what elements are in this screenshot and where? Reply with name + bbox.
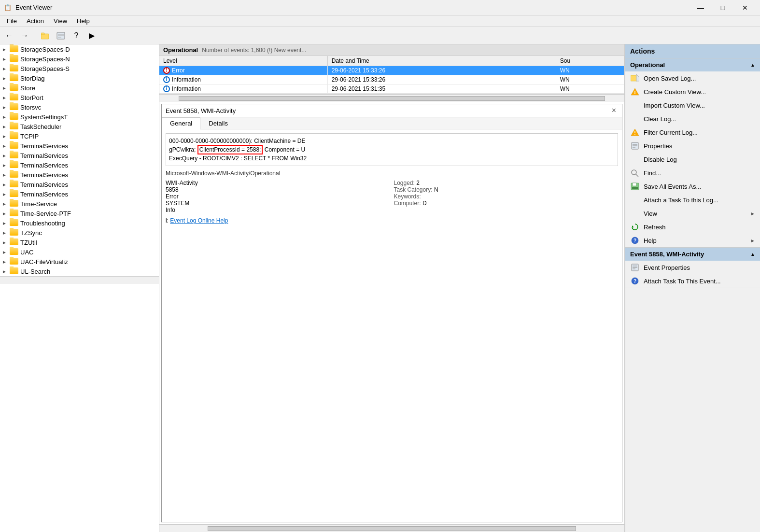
folder-icon — [10, 267, 18, 275]
back-button[interactable]: ← — [2, 29, 16, 42]
tree-item[interactable]: ► TZSync — [0, 228, 159, 238]
tree-scrollbar[interactable] — [0, 276, 159, 284]
open-folder-button[interactable] — [38, 29, 53, 42]
tree-item[interactable]: ► Time-Service-PTF — [0, 209, 159, 218]
tree-item-label: StorageSpaces-S — [20, 65, 70, 72]
events-scrollbar[interactable] — [159, 94, 624, 102]
action-import-custom-view[interactable]: Import Custom View... — [625, 98, 760, 112]
action-disable-log[interactable]: Disable Log — [625, 153, 760, 166]
tab-general[interactable]: General — [162, 117, 200, 129]
menu-file[interactable]: File — [2, 16, 22, 26]
folder-icon — [10, 210, 18, 217]
tree-item-label: TerminalServices — [20, 142, 68, 150]
play-button[interactable]: ▶ — [84, 29, 99, 42]
tree-item[interactable]: ► TerminalServices — [0, 141, 159, 151]
tree-item-label: TerminalServices — [20, 181, 68, 188]
action-create-custom-view[interactable]: Create Custom View... — [625, 85, 760, 98]
tree-arrow-icon: ► — [2, 240, 10, 245]
tree-arrow-icon: ► — [2, 114, 10, 120]
tree-arrow-icon: ► — [2, 105, 10, 110]
action-attach-task-event[interactable]: ? Attach Task To This Event... — [625, 274, 760, 288]
tree-item[interactable]: ► UAC-FileVirtualiz — [0, 257, 159, 266]
action-event-properties[interactable]: Event Properties — [625, 261, 760, 274]
folder-icon — [10, 238, 18, 246]
tab-details[interactable]: Details — [200, 117, 236, 129]
tree-item[interactable]: ► Time-Service — [0, 199, 159, 209]
action-attach-task[interactable]: Attach a Task To this Log... — [625, 193, 760, 207]
grid-user: SYSTEM — [166, 200, 390, 207]
tree-item[interactable]: ► TerminalServices — [0, 180, 159, 189]
actions-title: Actions — [630, 47, 655, 55]
event-log-online-help-link[interactable]: Event Log Online Help — [170, 217, 228, 224]
action-save-all-events[interactable]: Save All Events As... — [625, 180, 760, 193]
tree-arrow-icon: ► — [2, 163, 10, 168]
action-find[interactable]: Find... — [625, 166, 760, 180]
import-icon — [630, 100, 640, 110]
event-properties-icon — [630, 263, 640, 272]
center-panel: Operational Number of events: 1,600 (!) … — [159, 44, 625, 532]
close-button[interactable]: ✕ — [734, 0, 756, 15]
tree-item[interactable]: ► TZUtil — [0, 238, 159, 247]
app-icon: 📋 — [4, 4, 12, 12]
table-row[interactable]: i Information 29-06-2021 15:31:35 WN — [159, 84, 624, 94]
tree-item[interactable]: ► StorageSpaces-S — [0, 64, 159, 73]
tree-item[interactable]: ► TerminalServices — [0, 170, 159, 180]
col-datetime[interactable]: Date and Time — [327, 56, 556, 66]
action-refresh[interactable]: Refresh — [625, 220, 760, 234]
actions-event-title: Event 5858, WMI-Activity — [630, 251, 704, 258]
col-level[interactable]: Level — [159, 56, 327, 66]
tree-item[interactable]: ► TCPIP — [0, 131, 159, 141]
detail-scrollbar[interactable] — [159, 524, 624, 532]
tree-item[interactable]: ► SystemSettingsT — [0, 112, 159, 122]
operational-collapse-btn[interactable]: ▲ — [750, 62, 755, 68]
find-icon — [630, 168, 640, 178]
window-title: Event Viewer — [15, 4, 690, 11]
forward-button[interactable]: → — [17, 29, 32, 42]
tree-item[interactable]: ► StorDiag — [0, 73, 159, 83]
tree-item[interactable]: ► Troubleshooting — [0, 218, 159, 228]
tree-item-label: StorageSpaces-D — [20, 46, 70, 53]
maximize-button[interactable]: □ — [712, 0, 734, 15]
svg-rect-20 — [633, 183, 636, 186]
event-detail-close-button[interactable]: × — [610, 106, 618, 115]
filter-icon — [630, 127, 640, 137]
event-text-line2b: Component = U — [263, 146, 305, 153]
tree-item[interactable]: ► TerminalServices — [0, 151, 159, 160]
events-table-container[interactable]: Level Date and Time Sou ! Error 29-06-20… — [159, 56, 624, 94]
tree-item[interactable]: ► Store — [0, 83, 159, 93]
tree-item[interactable]: ► StorageSpaces-N — [0, 54, 159, 64]
action-help[interactable]: ? Help ► — [625, 234, 760, 247]
tree-item[interactable]: ► TerminalServices — [0, 160, 159, 170]
folder-icon — [10, 229, 18, 237]
action-properties[interactable]: Properties — [625, 139, 760, 153]
tree-arrow-icon: ► — [2, 259, 10, 265]
col-source[interactable]: Sou — [556, 56, 624, 66]
tree-item[interactable]: ► UAC — [0, 247, 159, 257]
tree-item[interactable]: ► TaskScheduler — [0, 122, 159, 131]
tree-item[interactable]: ► TerminalServices — [0, 189, 159, 199]
table-row[interactable]: ! Error 29-06-2021 15:33:26 WN — [159, 66, 624, 75]
tree-item[interactable]: ► StorPort — [0, 93, 159, 102]
event-viewer-button[interactable] — [54, 29, 68, 42]
table-row[interactable]: i Information 29-06-2021 15:33:26 WN — [159, 75, 624, 84]
tree-arrow-icon: ► — [2, 143, 10, 149]
tree-item[interactable]: ► StorageSpaces-D — [0, 44, 159, 54]
tree-item[interactable]: ► Storsvc — [0, 102, 159, 112]
menu-action[interactable]: Action — [22, 16, 49, 26]
minimize-button[interactable]: — — [690, 0, 712, 15]
event-properties-label: Event Properties — [644, 264, 690, 271]
menu-view[interactable]: View — [49, 16, 72, 26]
menu-help[interactable]: Help — [72, 16, 95, 26]
event-collapse-btn[interactable]: ▲ — [750, 252, 755, 257]
action-view[interactable]: View ► — [625, 207, 760, 220]
tree-item-label: UAC-FileVirtualiz — [20, 258, 68, 266]
level-text: Information — [172, 85, 201, 92]
help-button[interactable]: ? — [69, 29, 84, 42]
find-label: Find... — [644, 169, 661, 177]
svg-text:?: ? — [633, 279, 636, 284]
action-open-saved-log[interactable]: Open Saved Log... — [625, 71, 760, 85]
action-clear-log[interactable]: Clear Log... — [625, 112, 760, 126]
tree-item[interactable]: ► UL-Search — [0, 266, 159, 276]
properties-label: Properties — [644, 142, 672, 150]
action-filter-current-log[interactable]: Filter Current Log... — [625, 126, 760, 139]
